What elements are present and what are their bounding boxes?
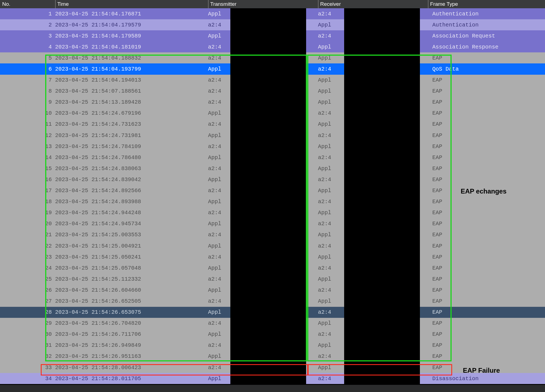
cell-frame-type: EAP bbox=[428, 88, 545, 94]
cell-time: 2023-04-25 21:54:26.951163 bbox=[55, 353, 208, 359]
cell-frame-type: EAP bbox=[428, 320, 545, 326]
cell-no: 30 bbox=[0, 331, 55, 337]
cell-no: 21 bbox=[0, 232, 55, 238]
cell-frame-type: EAP bbox=[428, 210, 545, 216]
cell-no: 27 bbox=[0, 298, 55, 304]
cell-time: 2023-04-25 21:54:24.893988 bbox=[55, 198, 208, 205]
cell-frame-type: EAP bbox=[428, 198, 545, 205]
cell-time: 2023-04-25 21:54:26.652505 bbox=[55, 298, 208, 304]
col-time[interactable]: Time bbox=[55, 0, 208, 8]
cell-no: 14 bbox=[0, 154, 55, 161]
redaction-transmitter bbox=[230, 8, 306, 384]
cell-time: 2023-04-25 21:54:04.179589 bbox=[55, 33, 208, 39]
cell-frame-type: EAP bbox=[428, 265, 545, 271]
cell-time: 2023-04-25 21:54:25.003553 bbox=[55, 232, 208, 238]
cell-no: 33 bbox=[0, 364, 55, 371]
col-no[interactable]: No. bbox=[0, 0, 55, 8]
cell-frame-type: Disassociation bbox=[428, 375, 545, 382]
cell-time: 2023-04-25 21:54:24.944248 bbox=[55, 210, 208, 216]
cell-time: 2023-04-25 21:54:26.604660 bbox=[55, 287, 208, 293]
col-frame-type[interactable]: Frame Type bbox=[428, 0, 545, 8]
cell-no: 5 bbox=[0, 55, 55, 61]
cell-time: 2023-04-25 21:54:25.112332 bbox=[55, 276, 208, 282]
cell-no: 28 bbox=[0, 309, 55, 315]
cell-frame-type: Association Response bbox=[428, 44, 545, 50]
col-transmitter[interactable]: Transmitter bbox=[208, 0, 318, 8]
cell-frame-type: EAP bbox=[428, 165, 545, 172]
cell-no: 8 bbox=[0, 88, 55, 94]
cell-time: 2023-04-25 21:54:26.704820 bbox=[55, 320, 208, 326]
cell-frame-type: EAP bbox=[428, 254, 545, 260]
cell-no: 17 bbox=[0, 187, 55, 194]
cell-frame-type: EAP bbox=[428, 342, 545, 348]
cell-time: 2023-04-25 21:54:07.188561 bbox=[55, 88, 208, 94]
cell-no: 19 bbox=[0, 210, 55, 216]
cell-no: 13 bbox=[0, 143, 55, 150]
cell-time: 2023-04-25 21:54:26.949849 bbox=[55, 342, 208, 348]
cell-frame-type: EAP bbox=[428, 110, 545, 116]
cell-no: 3 bbox=[0, 33, 55, 39]
cell-no: 23 bbox=[0, 254, 55, 260]
cell-no: 22 bbox=[0, 243, 55, 249]
cell-time: 2023-04-25 21:54:25.004921 bbox=[55, 243, 208, 249]
cell-frame-type: Authentication bbox=[428, 22, 545, 28]
cell-frame-type: EAP bbox=[428, 154, 545, 161]
cell-no: 2 bbox=[0, 22, 55, 28]
cell-frame-type: EAP bbox=[428, 221, 545, 227]
cell-no: 20 bbox=[0, 221, 55, 227]
cell-no: 16 bbox=[0, 176, 55, 183]
cell-frame-type: EAP bbox=[428, 232, 545, 238]
cell-time: 2023-04-25 21:54:24.839042 bbox=[55, 176, 208, 183]
cell-time: 2023-04-25 21:54:26.653075 bbox=[55, 309, 208, 315]
cell-no: 12 bbox=[0, 132, 55, 139]
cell-time: 2023-04-25 21:54:04.176871 bbox=[55, 11, 208, 17]
cell-frame-type: EAP bbox=[428, 99, 545, 105]
cell-time: 2023-04-25 21:54:04.181019 bbox=[55, 44, 208, 50]
cell-no: 29 bbox=[0, 320, 55, 326]
cell-frame-type: EAP bbox=[428, 309, 545, 315]
cell-no: 32 bbox=[0, 353, 55, 359]
cell-frame-type: EAP bbox=[428, 243, 545, 249]
cell-no: 9 bbox=[0, 99, 55, 105]
annotation-eap-exchanges: EAP echanges bbox=[461, 187, 506, 195]
cell-frame-type: EAP bbox=[428, 176, 545, 183]
cell-frame-type: EAP bbox=[428, 121, 545, 127]
cell-frame-type: EAP bbox=[428, 132, 545, 139]
cell-time: 2023-04-25 21:54:24.945734 bbox=[55, 221, 208, 227]
cell-no: 10 bbox=[0, 110, 55, 116]
cell-frame-type: Association Request bbox=[428, 33, 545, 39]
cell-frame-type: EAP bbox=[428, 143, 545, 150]
cell-no: 15 bbox=[0, 165, 55, 172]
cell-no: 18 bbox=[0, 198, 55, 205]
cell-time: 2023-04-25 21:54:24.838063 bbox=[55, 165, 208, 172]
cell-no: 4 bbox=[0, 44, 55, 50]
cell-no: 11 bbox=[0, 121, 55, 127]
status-bar bbox=[0, 385, 545, 392]
cell-frame-type: EAP bbox=[428, 287, 545, 293]
cell-no: 1 bbox=[0, 11, 55, 17]
cell-time: 2023-04-25 21:54:24.786480 bbox=[55, 154, 208, 161]
cell-time: 2023-04-25 21:54:25.057048 bbox=[55, 265, 208, 271]
cell-time: 2023-04-25 21:54:26.711706 bbox=[55, 331, 208, 337]
cell-no: 6 bbox=[0, 66, 55, 72]
cell-time: 2023-04-25 21:54:24.784109 bbox=[55, 143, 208, 150]
col-receiver[interactable]: Receiver bbox=[318, 0, 428, 8]
cell-time: 2023-04-25 21:54:24.892566 bbox=[55, 187, 208, 194]
cell-time: 2023-04-25 21:54:04.194013 bbox=[55, 77, 208, 83]
cell-no: 31 bbox=[0, 342, 55, 348]
cell-frame-type: EAP bbox=[428, 276, 545, 282]
annotation-eap-failure: EAP Failure bbox=[463, 367, 500, 374]
cell-frame-type: EAP bbox=[428, 55, 545, 61]
cell-frame-type: Authentication bbox=[428, 11, 545, 17]
cell-time: 2023-04-25 21:54:24.679196 bbox=[55, 110, 208, 116]
table-header: No. Time Transmitter Receiver Frame Type bbox=[0, 0, 545, 8]
cell-no: 24 bbox=[0, 265, 55, 271]
redaction-receiver bbox=[344, 8, 420, 384]
cell-time: 2023-04-25 21:54:04.179579 bbox=[55, 22, 208, 28]
cell-frame-type: QoS Data bbox=[428, 66, 545, 72]
cell-frame-type: EAP bbox=[428, 298, 545, 304]
cell-frame-type: EAP bbox=[428, 353, 545, 359]
cell-no: 26 bbox=[0, 287, 55, 293]
cell-no: 7 bbox=[0, 77, 55, 83]
cell-time: 2023-04-25 21:54:04.193799 bbox=[55, 66, 208, 72]
